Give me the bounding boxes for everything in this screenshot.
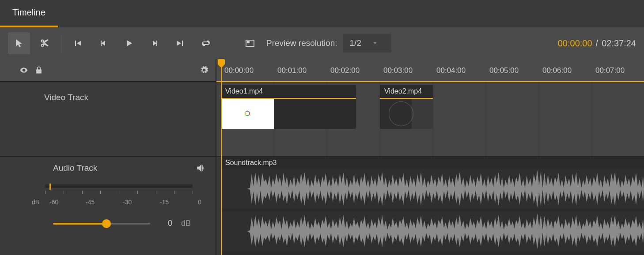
playhead[interactable]	[221, 59, 222, 255]
gear-icon[interactable]	[200, 66, 208, 75]
track-headers-panel: Video Track Audio Track	[0, 59, 216, 255]
db-label: -60	[49, 199, 58, 206]
selection-tool-button[interactable]	[8, 32, 30, 54]
video-clip-2[interactable]: Video2.mp4	[380, 85, 433, 129]
video-clip-1-thumb	[221, 99, 274, 129]
scissors-icon	[39, 38, 50, 49]
preview-resolution-dropdown[interactable]: 1/2	[343, 34, 391, 52]
lock-icon[interactable]	[34, 66, 43, 75]
play-button[interactable]	[118, 32, 140, 54]
audio-clip-1-title: Soundtrack.mp3	[221, 157, 644, 169]
video-track-lane[interactable]: Video1.mp4 Video2.mp4	[216, 82, 644, 157]
ruler-tick: 00:03:00	[383, 66, 413, 75]
video-track-label: Video Track	[9, 89, 207, 102]
track-header-controls	[0, 59, 216, 82]
video-track-header[interactable]: Video Track	[0, 82, 216, 157]
volume-unit: dB	[181, 219, 191, 228]
time-ruler[interactable]: 00:00:00 00:01:00 00:02:00 00:03:00 00:0…	[216, 59, 644, 82]
audio-track-header[interactable]: Audio Track	[0, 157, 216, 255]
time-current: 00:00:00	[558, 38, 592, 49]
db-label: -15	[160, 199, 169, 206]
frame-forward-icon	[149, 38, 160, 49]
ruler-tick: 00:00:00	[224, 66, 254, 75]
db-meter: dB -60 -45 -30 -15 0	[9, 184, 207, 207]
preview-resolution-value: 1/2	[350, 38, 361, 48]
video-clip-1[interactable]: Video1.mp4	[221, 85, 356, 129]
tab-timeline[interactable]: Timeline	[0, 0, 58, 27]
video-clip-2-title: Video2.mp4	[380, 85, 433, 99]
ruler-tick: 00:06:00	[542, 66, 572, 75]
db-label: -30	[123, 199, 132, 206]
ruler-tick: 00:02:00	[330, 66, 360, 75]
time-display: 00:00:00 / 02:37:24	[558, 38, 636, 49]
cursor-icon	[14, 38, 24, 49]
video-clip-2-thumb	[380, 99, 433, 129]
ruler-tick: 00:07:00	[595, 66, 625, 75]
audio-clip-1[interactable]: Soundtrack.mp3	[221, 157, 644, 255]
skip-forward-button[interactable]	[169, 32, 191, 54]
frame-back-icon	[98, 38, 109, 49]
chevron-down-icon	[372, 40, 378, 46]
toolbar-divider	[61, 34, 61, 53]
play-icon	[124, 38, 134, 49]
skip-forward-icon	[175, 38, 186, 49]
ruler-tick: 00:05:00	[489, 66, 519, 75]
skip-back-icon	[72, 38, 83, 49]
waveform-right	[221, 211, 644, 251]
ruler-tick: 00:01:00	[277, 66, 307, 75]
loop-icon	[201, 38, 211, 49]
audio-track-lane[interactable]: Soundtrack.mp3	[216, 157, 644, 255]
visibility-icon[interactable]	[19, 66, 28, 75]
playhead-handle[interactable]	[218, 59, 225, 64]
tab-bar: Timeline	[0, 0, 644, 27]
db-unit-label: dB	[32, 199, 39, 206]
ruler-tick: 00:04:00	[436, 66, 466, 75]
frame-back-button[interactable]	[92, 32, 114, 54]
cut-tool-button[interactable]	[34, 32, 56, 54]
volume-value: 0	[159, 219, 172, 228]
aspect-icon	[245, 38, 255, 49]
playhead-horizontal-line	[216, 81, 644, 82]
audio-track-label: Audio Track	[53, 163, 195, 173]
preview-size-button[interactable]	[239, 32, 261, 54]
svg-rect-1	[247, 41, 250, 43]
toolbar: Preview resolution: 1/2 00:00:00 / 02:37…	[0, 27, 644, 59]
volume-slider-knob[interactable]	[102, 219, 111, 228]
speaker-icon[interactable]	[195, 162, 207, 174]
volume-slider[interactable]	[53, 223, 150, 225]
video-clip-1-title: Video1.mp4	[221, 85, 356, 99]
preview-resolution-label: Preview resolution:	[266, 38, 337, 48]
waveform-left	[221, 169, 644, 209]
db-label: -45	[86, 199, 95, 206]
loop-button[interactable]	[195, 32, 217, 54]
timeline-body[interactable]: 00:00:00 00:01:00 00:02:00 00:03:00 00:0…	[216, 59, 644, 255]
frame-forward-button[interactable]	[144, 32, 166, 54]
volume-slider-fill	[53, 223, 106, 225]
db-label: 0	[198, 199, 201, 206]
skip-back-button[interactable]	[67, 32, 89, 54]
time-total: 02:37:24	[602, 38, 636, 49]
db-meter-marker	[49, 184, 51, 190]
